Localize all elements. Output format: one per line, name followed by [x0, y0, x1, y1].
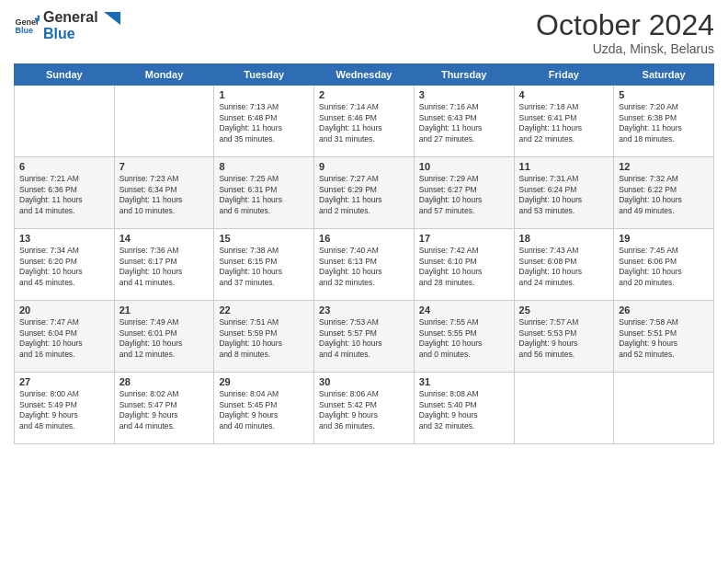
day-detail: Sunrise: 7:34 AM Sunset: 6:20 PM Dayligh…: [19, 246, 109, 288]
day-cell: 22Sunrise: 7:51 AM Sunset: 5:59 PM Dayli…: [214, 301, 314, 373]
day-cell: 15Sunrise: 7:38 AM Sunset: 6:15 PM Dayli…: [214, 229, 314, 301]
day-cell: [114, 86, 214, 157]
day-number: 9: [319, 161, 409, 172]
day-cell: 5Sunrise: 7:20 AM Sunset: 6:38 PM Daylig…: [614, 86, 714, 157]
day-number: 25: [519, 304, 609, 316]
day-number: 4: [519, 89, 609, 100]
day-cell: 16Sunrise: 7:40 AM Sunset: 6:13 PM Dayli…: [314, 229, 415, 301]
week-row-5: 27Sunrise: 8:00 AM Sunset: 5:49 PM Dayli…: [15, 373, 714, 444]
day-number: 10: [419, 161, 509, 172]
day-number: 19: [619, 233, 709, 244]
day-cell: 6Sunrise: 7:21 AM Sunset: 6:36 PM Daylig…: [15, 157, 115, 229]
day-detail: Sunrise: 7:55 AM Sunset: 5:55 PM Dayligh…: [419, 317, 509, 360]
location-subtitle: Uzda, Minsk, Belarus: [536, 41, 714, 56]
day-cell: 30Sunrise: 8:06 AM Sunset: 5:42 PM Dayli…: [314, 373, 415, 444]
day-detail: Sunrise: 7:38 AM Sunset: 6:15 PM Dayligh…: [219, 246, 309, 288]
day-detail: Sunrise: 7:14 AM Sunset: 6:46 PM Dayligh…: [319, 102, 409, 144]
day-detail: Sunrise: 7:21 AM Sunset: 6:36 PM Dayligh…: [19, 174, 109, 216]
day-cell: 13Sunrise: 7:34 AM Sunset: 6:20 PM Dayli…: [15, 229, 115, 301]
day-cell: 27Sunrise: 8:00 AM Sunset: 5:49 PM Dayli…: [15, 373, 115, 444]
day-detail: Sunrise: 7:49 AM Sunset: 6:01 PM Dayligh…: [119, 317, 210, 360]
day-detail: Sunrise: 7:13 AM Sunset: 6:48 PM Dayligh…: [219, 102, 309, 144]
day-number: 26: [619, 304, 709, 316]
logo-blue: Blue: [43, 26, 120, 42]
day-cell: 12Sunrise: 7:32 AM Sunset: 6:22 PM Dayli…: [614, 157, 714, 229]
day-cell: 24Sunrise: 7:55 AM Sunset: 5:55 PM Dayli…: [414, 301, 514, 373]
day-cell: [614, 373, 714, 444]
day-cell: 8Sunrise: 7:25 AM Sunset: 6:31 PM Daylig…: [214, 157, 314, 229]
header-thursday: Thursday: [414, 64, 514, 86]
day-cell: 10Sunrise: 7:29 AM Sunset: 6:27 PM Dayli…: [414, 157, 514, 229]
day-detail: Sunrise: 7:51 AM Sunset: 5:59 PM Dayligh…: [219, 317, 309, 360]
logo-icon: General Blue: [14, 13, 40, 39]
day-number: 17: [419, 233, 509, 244]
month-title: October 2024: [536, 9, 714, 41]
day-detail: Sunrise: 7:47 AM Sunset: 6:04 PM Dayligh…: [19, 317, 109, 360]
day-number: 31: [419, 376, 509, 387]
header-sunday: Sunday: [15, 64, 115, 86]
logo-arrow: [104, 12, 120, 25]
svg-text:Blue: Blue: [15, 26, 33, 35]
day-detail: Sunrise: 7:32 AM Sunset: 6:22 PM Dayligh…: [619, 174, 709, 216]
day-cell: 28Sunrise: 8:02 AM Sunset: 5:47 PM Dayli…: [114, 373, 214, 444]
day-cell: 20Sunrise: 7:47 AM Sunset: 6:04 PM Dayli…: [15, 301, 115, 373]
day-detail: Sunrise: 7:20 AM Sunset: 6:38 PM Dayligh…: [619, 102, 709, 144]
day-detail: Sunrise: 7:27 AM Sunset: 6:29 PM Dayligh…: [319, 174, 409, 216]
day-number: 13: [19, 233, 109, 244]
day-cell: 18Sunrise: 7:43 AM Sunset: 6:08 PM Dayli…: [514, 229, 614, 301]
day-detail: Sunrise: 7:23 AM Sunset: 6:34 PM Dayligh…: [119, 174, 210, 216]
day-number: 24: [419, 304, 509, 316]
day-cell: 7Sunrise: 7:23 AM Sunset: 6:34 PM Daylig…: [114, 157, 214, 229]
day-detail: Sunrise: 7:25 AM Sunset: 6:31 PM Dayligh…: [219, 174, 309, 216]
header: General Blue General Blue October 2024 U…: [14, 9, 714, 56]
svg-marker-4: [104, 12, 120, 25]
day-number: 29: [219, 376, 309, 387]
logo: General Blue General Blue: [14, 9, 120, 41]
day-detail: Sunrise: 7:53 AM Sunset: 5:57 PM Dayligh…: [319, 317, 409, 360]
day-cell: 17Sunrise: 7:42 AM Sunset: 6:10 PM Dayli…: [414, 229, 514, 301]
day-number: 23: [319, 304, 409, 316]
day-cell: 14Sunrise: 7:36 AM Sunset: 6:17 PM Dayli…: [114, 229, 214, 301]
day-cell: 26Sunrise: 7:58 AM Sunset: 5:51 PM Dayli…: [614, 301, 714, 373]
day-detail: Sunrise: 8:00 AM Sunset: 5:49 PM Dayligh…: [19, 389, 109, 431]
day-detail: Sunrise: 7:40 AM Sunset: 6:13 PM Dayligh…: [319, 246, 409, 288]
day-number: 3: [419, 89, 509, 100]
day-cell: 29Sunrise: 8:04 AM Sunset: 5:45 PM Dayli…: [214, 373, 314, 444]
week-row-3: 13Sunrise: 7:34 AM Sunset: 6:20 PM Dayli…: [15, 229, 714, 301]
header-friday: Friday: [514, 64, 614, 86]
calendar-page: General Blue General Blue October 2024 U…: [0, 0, 728, 563]
day-cell: [15, 86, 115, 157]
day-detail: Sunrise: 8:04 AM Sunset: 5:45 PM Dayligh…: [219, 389, 309, 431]
day-number: 8: [219, 161, 309, 172]
day-number: 5: [619, 89, 709, 100]
day-detail: Sunrise: 7:36 AM Sunset: 6:17 PM Dayligh…: [119, 246, 210, 288]
day-detail: Sunrise: 7:31 AM Sunset: 6:24 PM Dayligh…: [519, 174, 609, 216]
day-number: 16: [319, 233, 409, 244]
logo-general: General: [43, 9, 120, 26]
day-cell: 23Sunrise: 7:53 AM Sunset: 5:57 PM Dayli…: [314, 301, 415, 373]
day-cell: 3Sunrise: 7:16 AM Sunset: 6:43 PM Daylig…: [414, 86, 514, 157]
day-number: 7: [119, 161, 210, 172]
day-number: 14: [119, 233, 210, 244]
day-detail: Sunrise: 7:45 AM Sunset: 6:06 PM Dayligh…: [619, 246, 709, 288]
day-cell: 1Sunrise: 7:13 AM Sunset: 6:48 PM Daylig…: [214, 86, 314, 157]
day-number: 2: [319, 89, 409, 100]
day-cell: 9Sunrise: 7:27 AM Sunset: 6:29 PM Daylig…: [314, 157, 415, 229]
day-detail: Sunrise: 7:58 AM Sunset: 5:51 PM Dayligh…: [619, 317, 709, 360]
day-number: 21: [119, 304, 210, 316]
header-monday: Monday: [114, 64, 214, 86]
day-number: 6: [19, 161, 109, 172]
header-saturday: Saturday: [614, 64, 714, 86]
day-number: 15: [219, 233, 309, 244]
day-number: 30: [319, 376, 409, 387]
day-cell: 4Sunrise: 7:18 AM Sunset: 6:41 PM Daylig…: [514, 86, 614, 157]
day-detail: Sunrise: 7:29 AM Sunset: 6:27 PM Dayligh…: [419, 174, 509, 216]
day-cell: 21Sunrise: 7:49 AM Sunset: 6:01 PM Dayli…: [114, 301, 214, 373]
day-detail: Sunrise: 7:57 AM Sunset: 5:53 PM Dayligh…: [519, 317, 609, 360]
header-tuesday: Tuesday: [214, 64, 314, 86]
week-row-4: 20Sunrise: 7:47 AM Sunset: 6:04 PM Dayli…: [15, 301, 714, 373]
day-detail: Sunrise: 7:16 AM Sunset: 6:43 PM Dayligh…: [419, 102, 509, 144]
day-detail: Sunrise: 8:08 AM Sunset: 5:40 PM Dayligh…: [419, 389, 509, 431]
header-wednesday: Wednesday: [314, 64, 415, 86]
day-detail: Sunrise: 8:06 AM Sunset: 5:42 PM Dayligh…: [319, 389, 409, 431]
